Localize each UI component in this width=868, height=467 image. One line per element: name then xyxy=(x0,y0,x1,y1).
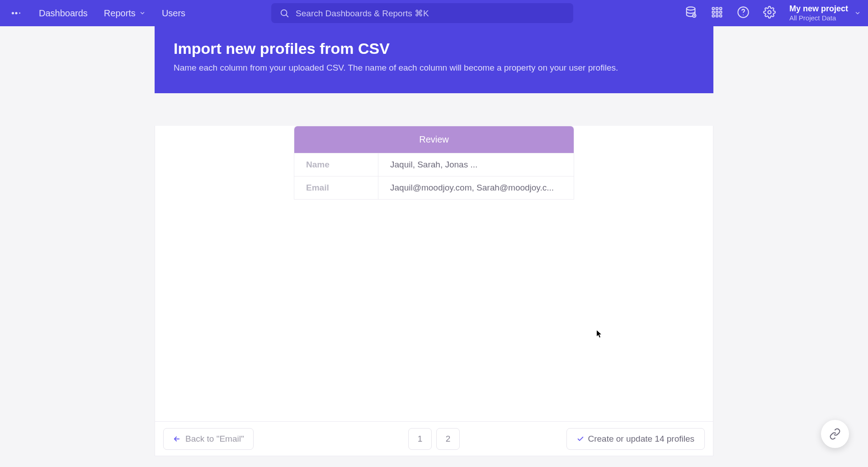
svg-rect-11 xyxy=(716,11,718,14)
project-title: My new project xyxy=(789,4,848,14)
nav-users-label: Users xyxy=(162,8,185,19)
topbar-right: My new project All Project Data xyxy=(684,4,861,22)
project-subtitle: All Project Data xyxy=(789,14,848,22)
help-circle-icon xyxy=(737,6,750,19)
table-row: Email Jaquil@moodjoy.com, Sarah@moodjoy.… xyxy=(294,176,574,199)
svg-point-18 xyxy=(768,11,771,14)
apps-grid-icon xyxy=(711,6,723,19)
search-input[interactable]: Search Dashboards & Reports ⌘K xyxy=(271,3,573,23)
nav-users[interactable]: Users xyxy=(162,8,185,19)
row-value-name: Jaquil, Sarah, Jonas ... xyxy=(378,153,574,176)
chevron-down-icon xyxy=(854,10,861,16)
more-menu-button[interactable] xyxy=(7,7,25,19)
content-panel: Review Name Jaquil, Sarah, Jonas ... Ema… xyxy=(155,126,713,456)
svg-rect-7 xyxy=(712,8,714,10)
main-nav: Dashboards Reports Users xyxy=(39,8,185,19)
nav-dashboards-label: Dashboards xyxy=(39,8,88,19)
svg-rect-12 xyxy=(720,11,722,14)
svg-point-1 xyxy=(15,12,17,14)
search-placeholder: Search Dashboards & Reports ⌘K xyxy=(296,8,429,19)
more-horizontal-icon xyxy=(10,7,22,19)
link-icon xyxy=(829,428,841,440)
svg-point-0 xyxy=(12,12,14,14)
back-button[interactable]: Back to "Email" xyxy=(163,428,254,450)
table-row: Name Jaquil, Sarah, Jonas ... xyxy=(294,153,574,176)
import-header: Import new profiles from CSV Name each c… xyxy=(155,26,713,93)
row-label-name: Name xyxy=(294,153,378,176)
nav-reports[interactable]: Reports xyxy=(104,8,146,19)
svg-rect-14 xyxy=(716,15,718,17)
confirm-button-label: Create or update 14 profiles xyxy=(588,434,694,444)
review-header: Review xyxy=(294,126,574,153)
page-1-button[interactable]: 1 xyxy=(408,428,432,450)
lexicon-button[interactable] xyxy=(684,6,697,20)
apps-button[interactable] xyxy=(711,6,723,20)
confirm-button[interactable]: Create or update 14 profiles xyxy=(566,428,705,450)
page-title: Import new profiles from CSV xyxy=(174,40,694,57)
arrow-left-icon xyxy=(173,435,181,443)
svg-line-4 xyxy=(286,15,288,17)
svg-rect-10 xyxy=(712,11,714,14)
svg-rect-8 xyxy=(716,8,718,10)
row-label-email: Email xyxy=(294,176,378,199)
search-icon xyxy=(279,8,289,18)
gear-icon xyxy=(763,6,776,19)
chevron-down-icon xyxy=(139,10,146,16)
back-button-label: Back to "Email" xyxy=(185,434,244,444)
svg-point-2 xyxy=(19,13,20,14)
settings-button[interactable] xyxy=(763,6,776,20)
svg-rect-15 xyxy=(720,15,722,17)
project-selector[interactable]: My new project All Project Data xyxy=(789,4,861,22)
svg-rect-9 xyxy=(720,8,722,10)
svg-point-17 xyxy=(743,14,744,15)
page-2-button[interactable]: 2 xyxy=(436,428,460,450)
check-icon xyxy=(577,435,584,443)
nav-dashboards[interactable]: Dashboards xyxy=(39,8,88,19)
nav-reports-label: Reports xyxy=(104,8,136,19)
help-button[interactable] xyxy=(737,6,750,20)
review-table: Review Name Jaquil, Sarah, Jonas ... Ema… xyxy=(294,126,574,200)
topbar: Dashboards Reports Users Search Dashboar… xyxy=(0,0,868,26)
copy-link-button[interactable] xyxy=(821,420,849,448)
wizard-footer: Back to "Email" 1 2 Create or update 14 … xyxy=(155,421,713,456)
pagination: 1 2 xyxy=(408,428,460,450)
database-icon xyxy=(684,6,697,19)
svg-rect-13 xyxy=(712,15,714,17)
page-subtitle: Name each column from your uploaded CSV.… xyxy=(174,63,694,73)
row-value-email: Jaquil@moodjoy.com, Sarah@moodjoy.c... xyxy=(378,176,574,199)
svg-point-5 xyxy=(687,7,695,10)
